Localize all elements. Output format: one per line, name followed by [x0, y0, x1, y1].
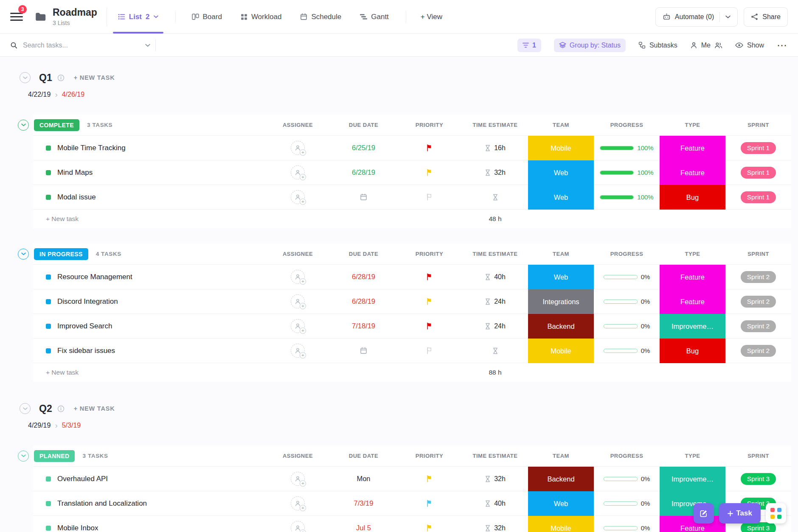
show-button[interactable]: Show: [735, 42, 764, 49]
column-header-time-estimate[interactable]: TIME ESTIMATE: [462, 115, 528, 135]
sprint-badge[interactable]: Sprint 2: [741, 320, 776, 332]
set-due-date-icon[interactable]: [360, 193, 367, 201]
compose-button[interactable]: [694, 503, 714, 524]
sidebar-toggle-button[interactable]: 3: [10, 11, 23, 23]
hourglass-icon[interactable]: [492, 347, 498, 354]
add-assignee-icon[interactable]: +: [291, 165, 305, 179]
search-box[interactable]: [10, 42, 150, 49]
status-square[interactable]: [46, 348, 51, 353]
priority-flag-icon[interactable]: [426, 322, 433, 330]
add-assignee-icon[interactable]: +: [291, 472, 305, 486]
chevron-down-icon[interactable]: [725, 15, 731, 19]
column-header-type[interactable]: TYPE: [660, 445, 725, 466]
task-row[interactable]: Improved Search + 7/18/19 24h Backend 0%…: [33, 314, 791, 339]
chevron-down-icon[interactable]: [145, 44, 150, 47]
column-header-assignee[interactable]: ASSIGNEE: [265, 244, 331, 264]
due-date[interactable]: Mon: [357, 475, 370, 483]
assignee-cell[interactable]: +: [265, 289, 331, 314]
column-header-due-date[interactable]: DUE DATE: [331, 445, 396, 466]
team-tag[interactable]: Web: [528, 185, 594, 210]
column-header-type[interactable]: TYPE: [660, 115, 725, 135]
assignee-cell[interactable]: +: [265, 467, 331, 491]
sprint-badge[interactable]: Sprint 2: [741, 271, 776, 283]
column-header-sprint[interactable]: SPRINT: [725, 244, 791, 264]
sprint-badge[interactable]: Sprint 3: [741, 473, 776, 485]
new-task-fab[interactable]: Task: [719, 503, 761, 524]
tab-list[interactable]: List 2: [116, 0, 160, 34]
tab-gantt[interactable]: Gantt: [358, 0, 391, 34]
team-tag[interactable]: Integrations: [528, 289, 594, 314]
collapse-group-icon[interactable]: [18, 249, 29, 260]
column-header-priority[interactable]: PRIORITY: [396, 115, 462, 135]
due-date[interactable]: 6/25/19: [352, 144, 375, 152]
more-options-icon[interactable]: ⋯: [777, 43, 788, 48]
info-icon[interactable]: [57, 405, 65, 412]
task-row[interactable]: Discord Integration + 6/28/19 24h Integr…: [33, 289, 791, 314]
column-header-priority[interactable]: PRIORITY: [396, 244, 462, 264]
assignee-cell[interactable]: +: [265, 136, 331, 160]
priority-flag-icon[interactable]: [426, 193, 433, 201]
priority-flag-icon[interactable]: [426, 347, 433, 354]
task-name[interactable]: Improved Search: [57, 322, 112, 330]
task-name[interactable]: Mobile Inbox: [57, 524, 98, 532]
start-date[interactable]: 4/29/19: [28, 422, 51, 429]
progress-cell[interactable]: 0%: [594, 265, 660, 289]
add-assignee-icon[interactable]: +: [291, 319, 305, 333]
team-tag[interactable]: Mobile: [528, 339, 594, 363]
task-name[interactable]: Resource Management: [57, 273, 132, 281]
assignee-cell[interactable]: +: [265, 160, 331, 185]
sprint-badge[interactable]: Sprint 1: [741, 142, 776, 154]
add-view-button[interactable]: + View: [421, 13, 442, 21]
add-assignee-icon[interactable]: +: [291, 190, 305, 204]
progress-cell[interactable]: 0%: [594, 516, 660, 532]
progress-cell[interactable]: 0%: [594, 491, 660, 515]
sprint-badge[interactable]: Sprint 2: [741, 345, 776, 357]
time-estimate[interactable]: 24h: [494, 322, 506, 330]
time-estimate[interactable]: 40h: [494, 273, 506, 281]
status-badge[interactable]: IN PROGRESS: [34, 248, 88, 260]
column-header-due-date[interactable]: DUE DATE: [331, 115, 396, 135]
tab-schedule[interactable]: Schedule: [298, 0, 343, 34]
type-tag[interactable]: Improveme…: [660, 467, 725, 491]
priority-flag-icon[interactable]: [426, 524, 433, 532]
add-task-link[interactable]: + New task: [46, 215, 79, 223]
task-row[interactable]: Mobile Time Tracking + 6/25/19 16h Mobil…: [33, 136, 791, 160]
due-date[interactable]: Jul 5: [356, 524, 371, 532]
assignee-cell[interactable]: +: [265, 314, 331, 338]
task-name[interactable]: Modal issue: [57, 193, 96, 202]
task-row[interactable]: Fix sidebar issues + Mobile 0% Bug Sprin…: [33, 339, 791, 363]
column-header-time-estimate[interactable]: TIME ESTIMATE: [462, 244, 528, 264]
task-name[interactable]: Fix sidebar issues: [57, 347, 115, 355]
collapse-group-icon[interactable]: [18, 120, 29, 131]
tab-workload[interactable]: Workload: [239, 0, 284, 34]
assignee-cell[interactable]: +: [265, 185, 331, 209]
sprint-badge[interactable]: Sprint 1: [741, 191, 776, 203]
column-header-team[interactable]: TEAM: [528, 115, 594, 135]
me-filter-button[interactable]: Me: [690, 42, 722, 49]
sprint-badge[interactable]: Sprint 3: [741, 522, 776, 532]
status-square[interactable]: [46, 170, 51, 175]
status-square[interactable]: [46, 526, 51, 531]
column-header-sprint[interactable]: SPRINT: [725, 115, 791, 135]
column-header-progress[interactable]: PROGRESS: [594, 115, 660, 135]
info-icon[interactable]: [57, 74, 65, 81]
column-header-assignee[interactable]: ASSIGNEE: [265, 115, 331, 135]
people-icon[interactable]: [714, 42, 722, 49]
type-tag[interactable]: Feature: [660, 160, 725, 185]
time-estimate[interactable]: 16h: [494, 144, 506, 152]
progress-cell[interactable]: 100%: [594, 185, 660, 209]
filter-button[interactable]: 1: [517, 39, 541, 52]
task-row[interactable]: Resource Management + 6/28/19 40h Web 0%…: [33, 265, 791, 289]
due-date[interactable]: 6/28/19: [352, 297, 375, 305]
collapse-section-icon[interactable]: [20, 403, 31, 414]
type-tag[interactable]: Bug: [660, 339, 725, 363]
task-name[interactable]: Discord Integration: [57, 297, 118, 306]
progress-cell[interactable]: 100%: [594, 160, 660, 185]
automate-button[interactable]: Automate (0): [655, 7, 738, 27]
assignee-cell[interactable]: +: [265, 265, 331, 289]
status-square[interactable]: [46, 501, 51, 506]
sprint-badge[interactable]: Sprint 1: [741, 167, 776, 179]
end-date[interactable]: 4/26/19: [62, 91, 84, 98]
task-name[interactable]: Mobile Time Tracking: [57, 144, 126, 152]
sprint-badge[interactable]: Sprint 2: [741, 296, 776, 308]
